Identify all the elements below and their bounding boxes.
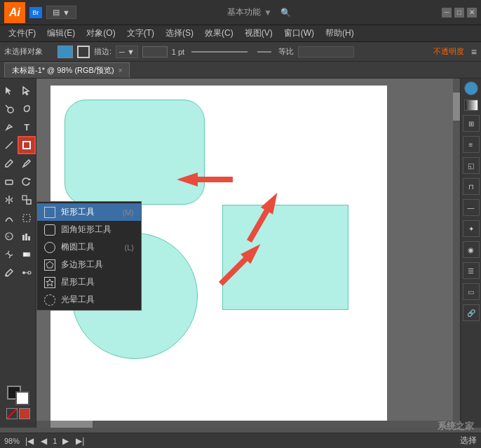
svg-point-0 [8,107,13,113]
v-scroll-thumb[interactable] [453,93,460,121]
pen-tool-button[interactable] [0,118,18,136]
minimize-button[interactable]: ─ [442,8,452,18]
tool-row-wand [0,100,36,118]
svg-rect-8 [27,200,31,204]
ratio-input[interactable] [298,46,354,57]
tab-close-button[interactable]: × [118,67,123,74]
menu-window[interactable]: 窗口(W) [278,26,320,41]
stroke-label: 描边: [94,46,111,57]
menu-view[interactable]: 视图(V) [239,26,278,41]
pencil-tool-button[interactable] [18,154,36,172]
fill-color-box[interactable] [57,46,73,58]
layers-panel-button[interactable]: ☰ [463,262,480,279]
menu-help[interactable]: 帮助(H) [320,26,360,41]
nav-last-button[interactable]: ▶| [74,436,86,446]
lens-tool-popup-item[interactable]: 光晕工具 [37,291,141,308]
tool-row-shape [0,136,36,154]
blend-tool-button[interactable] [18,264,36,282]
h-scrollbar[interactable] [36,421,453,428]
symbols-panel-button[interactable]: ◉ [463,241,480,258]
ellipse-icon [44,242,55,253]
svg-rect-13 [25,233,27,240]
polygon-icon [44,259,55,271]
tab-label: 未标题-1* @ 98% (RGB/预览) [12,65,114,76]
rect-tool-label: 矩形工具 [61,206,95,218]
lens-tool-label: 光晕工具 [61,294,95,306]
ai-logo: Ai [4,2,25,23]
nav-first-button[interactable]: |◀ [24,436,35,446]
rounded-rect-tool-popup-item[interactable]: 圆角矩形工具 [37,221,141,238]
background-color-swatch[interactable] [15,391,29,405]
brushes-panel-button[interactable]: ✦ [463,220,480,237]
warp-tool-button[interactable] [0,209,18,227]
tool-row-warp [0,209,36,227]
pathfinder-panel-button[interactable]: ⊓ [463,178,480,195]
svg-point-16 [5,275,7,277]
align-panel-button[interactable]: ≡ [463,136,480,153]
color-swatch-pair[interactable] [7,386,29,405]
star-icon [44,277,55,288]
svg-text:*: * [7,234,9,240]
svg-point-17 [22,271,25,274]
ellipse-tool-popup-item[interactable]: 椭圆工具 (L) [37,238,141,256]
rotate-tool-button[interactable] [18,172,36,191]
shape-tool-button[interactable] [18,136,36,154]
nav-prev-button[interactable]: ◀ [39,436,48,446]
menu-text[interactable]: 文字(T) [121,26,160,41]
line-tool-button[interactable] [0,136,18,154]
stroke-width-value: 1 pt [172,48,184,56]
transform-panel-button[interactable]: ◱ [463,157,480,174]
artboards-panel-button[interactable]: ▭ [463,283,480,300]
nav-next-button[interactable]: ▶ [61,436,70,446]
document-tab[interactable]: 未标题-1* @ 98% (RGB/预览) × [4,62,130,78]
red-color-swatch[interactable] [19,408,30,419]
close-button[interactable]: ✕ [467,8,477,18]
stroke-panel-button[interactable]: — [463,199,480,216]
menu-object[interactable]: 对象(O) [81,26,121,41]
selection-tool-button[interactable] [0,81,18,100]
type-tool-button[interactable]: T [18,118,36,136]
column-graph-tool-button[interactable] [18,227,36,245]
direct-selection-tool-button[interactable] [18,81,36,100]
menu-edit[interactable]: 编辑(E) [41,26,81,41]
none-color-swatch[interactable] [6,408,18,419]
color-panel-button[interactable] [464,81,478,95]
menu-file[interactable]: 文件(F) [3,26,41,41]
mesh-tool-button[interactable] [0,245,18,264]
stroke-color-box[interactable] [77,46,90,58]
gradient-panel-button[interactable] [464,100,478,111]
rect-shape-right [222,205,348,310]
rect-icon [44,207,55,218]
h-scroll-thumb[interactable] [50,421,93,428]
eraser-tool-button[interactable] [0,172,18,191]
eyedropper-tool-button[interactable] [0,264,18,282]
stroke-type-dropdown[interactable]: ─ ▼ [116,46,138,58]
svg-rect-15 [23,252,30,257]
view-switcher[interactable]: ▤ ▼ [46,6,76,19]
links-panel-button[interactable]: 🔗 [463,304,480,321]
magic-wand-tool-button[interactable] [0,100,18,118]
rect-tool-popup-item[interactable]: 矩形工具 (M) [37,203,141,221]
appearance-panel-button[interactable]: ⊞ [463,115,480,132]
rounded-rect-icon [44,224,55,236]
menu-select[interactable]: 选择(S) [160,26,199,41]
symbol-tool-button[interactable]: * [0,227,18,245]
options-bar: 未选择对象 描边: ─ ▼ 1 pt 等比 不透明度 ≡ [0,42,481,62]
lasso-tool-button[interactable] [18,100,36,118]
menu-effect[interactable]: 效果(C) [199,26,239,41]
svg-rect-14 [28,236,30,240]
maximize-button[interactable]: □ [454,8,464,18]
free-transform-tool-button[interactable] [18,209,36,227]
panel-expand-button[interactable]: ≡ [471,46,477,57]
lens-icon [44,294,55,306]
stroke-width-input[interactable] [142,46,168,57]
svg-rect-4 [6,180,13,184]
scale-tool-button[interactable] [18,191,36,209]
dash-line [191,51,248,53]
star-tool-popup-item[interactable]: 星形工具 [37,273,141,291]
polygon-tool-popup-item[interactable]: 多边形工具 [37,256,141,273]
paintbrush-tool-button[interactable] [0,154,18,172]
gradient-tool-button[interactable] [18,245,36,264]
v-scrollbar[interactable] [453,79,460,428]
reflect-tool-button[interactable] [0,191,18,209]
